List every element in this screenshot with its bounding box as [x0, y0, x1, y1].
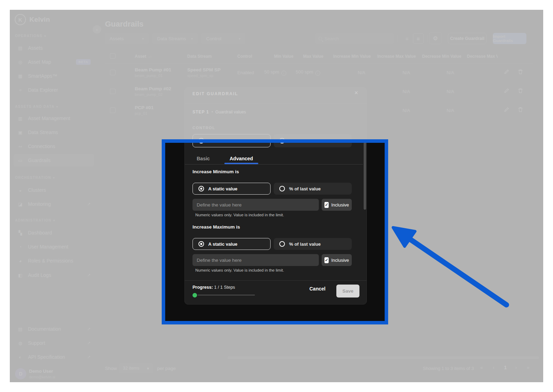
control-label: CONTROL [192, 126, 215, 130]
modal-divider [185, 104, 366, 104]
bullet-icon: • [211, 110, 213, 114]
close-icon[interactable]: × [354, 89, 358, 97]
screenshot-stage: K Kelvin OPERATIONS▾ ▤ Assets ◎ Asset Ma… [0, 0, 553, 392]
app-window: K Kelvin OPERATIONS▾ ▤ Assets ◎ Asset Ma… [10, 10, 543, 382]
step-indicator: STEP 1•Guardrail values [192, 110, 246, 114]
modal-title: EDIT GUARDRAIL [192, 91, 238, 96]
highlight-box [162, 139, 388, 324]
